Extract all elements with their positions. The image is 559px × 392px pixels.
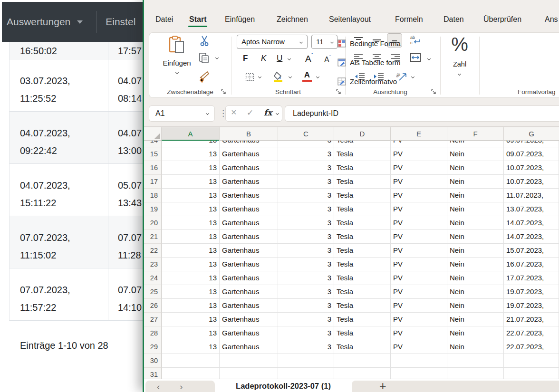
cell[interactable]: 3 xyxy=(278,271,334,285)
shrink-font-button[interactable]: Aˇ xyxy=(324,55,331,64)
cell[interactable] xyxy=(334,354,391,368)
cell[interactable]: PV xyxy=(391,313,447,326)
cell[interactable]: 3 xyxy=(278,340,334,354)
font-size-select[interactable]: 11 xyxy=(311,35,337,49)
entry-row[interactable]: 04.07.2023,09:22:4204.0713:00 xyxy=(10,112,143,164)
cell[interactable]: Tesla xyxy=(334,258,391,271)
row-header[interactable]: 25 xyxy=(144,285,162,299)
cell[interactable]: Gartenhaus xyxy=(220,313,278,326)
insert-function-icon[interactable]: fx xyxy=(264,108,272,117)
wrap-text-icon[interactable]: ab c xyxy=(410,35,420,45)
cell[interactable]: 11.07.2023, xyxy=(504,189,559,202)
cell[interactable]: 13 xyxy=(162,313,220,326)
chevron-down-icon[interactable] xyxy=(215,56,219,59)
entry-row[interactable]: 07.07.2023,11:57:2207.0714:10 xyxy=(10,268,143,321)
row-header[interactable]: 15 xyxy=(144,147,162,161)
tab-ansicht[interactable]: Ans xyxy=(545,11,558,28)
chevron-down-icon[interactable] xyxy=(411,75,414,78)
cell[interactable]: 13 xyxy=(162,299,220,313)
font-color-button[interactable]: A xyxy=(302,71,312,82)
cell[interactable]: 13 xyxy=(162,230,220,244)
cell[interactable]: Nein xyxy=(447,141,504,147)
column-header-b[interactable]: B xyxy=(220,127,278,141)
cell[interactable]: 3 xyxy=(278,202,334,216)
cell[interactable] xyxy=(334,368,391,379)
format-painter-icon[interactable] xyxy=(199,71,210,83)
cell[interactable]: Tesla xyxy=(334,189,391,202)
paste-button[interactable]: Einfügen xyxy=(158,36,196,76)
cell[interactable]: 3 xyxy=(278,161,334,175)
next-sheet-icon[interactable]: › xyxy=(180,381,183,392)
cell[interactable]: Nein xyxy=(447,244,504,258)
cell[interactable]: 13 xyxy=(162,175,220,189)
font-name-select[interactable]: Aptos Narrow xyxy=(237,35,308,49)
cell[interactable]: Nein xyxy=(447,313,504,326)
cell[interactable]: Nein xyxy=(447,326,504,340)
select-all-corner[interactable] xyxy=(144,127,162,141)
cell[interactable]: Gartenhaus xyxy=(220,216,278,230)
cell[interactable]: Gartenhaus xyxy=(220,141,278,147)
cell[interactable]: Gartenhaus xyxy=(220,299,278,313)
cell-styles-button[interactable]: Zellenformatvo xyxy=(337,77,397,86)
tab-einfuegen[interactable]: Einfügen xyxy=(225,11,255,28)
column-header-f[interactable]: F xyxy=(447,127,504,141)
tab-seitenlayout[interactable]: Seitenlayout xyxy=(329,11,371,28)
cell[interactable]: Tesla xyxy=(334,244,391,258)
font-dialog-launcher-icon[interactable] xyxy=(336,89,341,95)
cell[interactable]: Tesla xyxy=(334,202,391,216)
tab-datei[interactable]: Datei xyxy=(155,11,173,28)
cell[interactable]: 13 xyxy=(162,271,220,285)
cell[interactable] xyxy=(391,368,447,379)
cell[interactable]: 13.07.2023, xyxy=(504,202,559,216)
cell[interactable]: 3 xyxy=(278,230,334,244)
cell[interactable]: Nein xyxy=(447,340,504,354)
cell[interactable]: 13 xyxy=(162,147,220,161)
underline-button[interactable]: U xyxy=(277,54,282,63)
cell[interactable]: 10.07.2023, xyxy=(504,175,559,189)
cell[interactable]: Gartenhaus xyxy=(220,244,278,258)
cell[interactable]: Nein xyxy=(447,299,504,313)
cell[interactable]: 13 xyxy=(162,141,220,147)
cell[interactable]: PV xyxy=(391,271,447,285)
cell[interactable]: Gartenhaus xyxy=(220,340,278,354)
prev-sheet-icon[interactable]: ‹ xyxy=(157,381,160,392)
cell[interactable]: Tesla xyxy=(334,299,391,313)
cell[interactable]: 13 xyxy=(162,216,220,230)
cell[interactable]: PV xyxy=(391,161,447,175)
row-header[interactable]: 24 xyxy=(144,271,162,285)
cell[interactable]: Nein xyxy=(447,258,504,271)
cell[interactable]: PV xyxy=(391,141,447,147)
chevron-down-icon[interactable] xyxy=(276,112,279,115)
cell[interactable]: PV xyxy=(391,340,447,354)
cell[interactable]: Gartenhaus xyxy=(220,285,278,299)
entry-row[interactable]: 03.07.2023,11:25:5204.0708:14 xyxy=(10,59,143,112)
cell[interactable]: 13 xyxy=(162,258,220,271)
grow-font-button[interactable]: Aˆ xyxy=(305,53,313,64)
name-box[interactable]: A1 xyxy=(149,105,215,122)
entry-row[interactable]: 07.07.2023,11:15:0207.0711:28 xyxy=(10,216,143,268)
cell[interactable]: Gartenhaus xyxy=(220,161,278,175)
cell[interactable]: PV xyxy=(391,202,447,216)
chevron-down-icon[interactable] xyxy=(288,57,291,60)
row-header[interactable]: 29 xyxy=(144,340,162,354)
cell[interactable]: 09.07.2023, xyxy=(504,141,559,147)
alignment-dialog-launcher-icon[interactable] xyxy=(431,89,436,95)
cell[interactable]: PV xyxy=(391,326,447,340)
cell[interactable]: PV xyxy=(391,189,447,202)
cell[interactable] xyxy=(504,354,559,368)
cell[interactable]: Gartenhaus xyxy=(220,326,278,340)
cell[interactable]: Tesla xyxy=(334,216,391,230)
clipboard-dialog-launcher-icon[interactable] xyxy=(221,89,226,95)
tab-formeln[interactable]: Formeln xyxy=(395,11,423,28)
nav-einstellungen-item[interactable]: Einstel xyxy=(106,16,135,28)
cell[interactable]: 13 xyxy=(162,161,220,175)
cell[interactable]: 3 xyxy=(278,326,334,340)
add-sheet-icon[interactable]: + xyxy=(379,379,386,392)
cell[interactable]: PV xyxy=(391,230,447,244)
cell[interactable] xyxy=(162,354,220,368)
format-as-table-button[interactable]: Als Tabelle form xyxy=(337,58,400,67)
tab-zeichnen[interactable]: Zeichnen xyxy=(277,11,308,28)
row-header[interactable]: 23 xyxy=(144,258,162,271)
cell[interactable]: Tesla xyxy=(334,175,391,189)
cell[interactable]: 22.07.2023, xyxy=(504,326,559,340)
